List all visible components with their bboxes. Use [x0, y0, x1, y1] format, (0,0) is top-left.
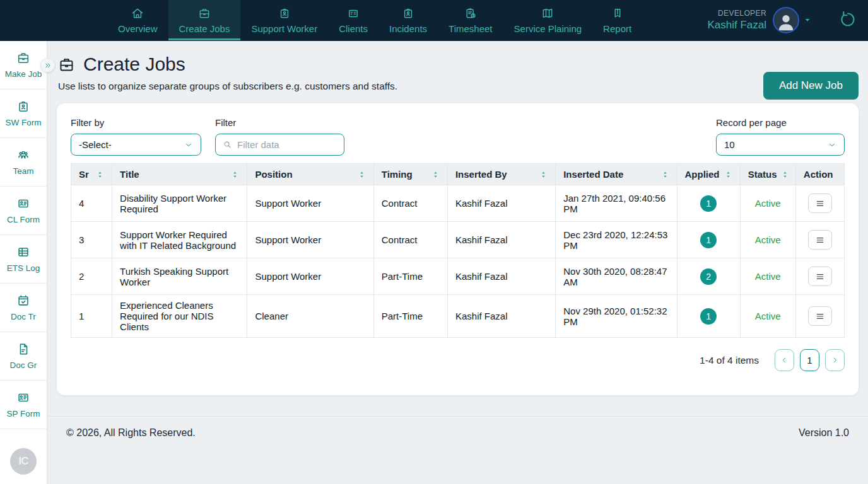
chevron-down-icon	[828, 141, 836, 149]
nav-item-support-worker[interactable]: Support Worker	[240, 0, 328, 40]
sort-icon[interactable]	[661, 170, 669, 180]
refresh-button[interactable]	[838, 10, 858, 30]
nav-label: Create Jobs	[179, 23, 230, 34]
filter-by-value: -Select-	[79, 139, 112, 150]
cell-inserted-by: Kashif Fazal	[447, 222, 555, 258]
nav-item-report[interactable]: Report	[592, 0, 642, 40]
cell-action	[795, 258, 844, 295]
row-actions-button[interactable]	[808, 193, 832, 213]
column-header-position[interactable]: Position	[247, 164, 373, 185]
table-row: 2Turkish Speaking Support WorkerSupport …	[71, 258, 845, 295]
column-label: Action	[804, 169, 833, 180]
column-header-timing[interactable]: Timing	[373, 164, 447, 185]
sidebar: Make Job SW Form Team CL Form ETS Log Do…	[0, 41, 47, 484]
column-header-title[interactable]: Title	[112, 164, 247, 185]
nav-label: Clients	[339, 23, 368, 34]
status-text: Active	[755, 234, 781, 245]
record-per-page-value: 10	[724, 139, 735, 150]
sidebar-item-label: CL Form	[7, 215, 40, 224]
column-header-applied[interactable]: Applied	[677, 164, 740, 185]
sort-icon[interactable]	[781, 170, 789, 180]
column-label: Inserted By	[455, 169, 507, 180]
nav-item-timesheet[interactable]: Timesheet	[438, 0, 503, 40]
chevron-down-icon[interactable]	[804, 16, 811, 24]
cell-applied: 1	[677, 185, 740, 222]
sidebar-item-label: Team	[13, 166, 33, 176]
row-actions-button[interactable]	[808, 267, 832, 286]
clipboard-clock-icon	[464, 7, 477, 20]
briefcase-icon	[16, 51, 30, 65]
add-new-job-button[interactable]: Add New Job	[763, 72, 859, 100]
filter-by-label: Filter by	[71, 117, 201, 128]
row-actions-button[interactable]	[808, 306, 832, 326]
nav-item-overview[interactable]: Overview	[107, 0, 168, 40]
nav-item-incidents[interactable]: Incidents	[378, 0, 438, 40]
id-card-lines-icon	[16, 391, 30, 405]
pagination: 1-4 of 4 items 1	[71, 349, 845, 371]
pagination-page-button[interactable]: 1	[800, 349, 819, 371]
sidebar-item-doc-tr[interactable]: Doc Tr	[0, 284, 47, 332]
page-title: Create Jobs	[83, 54, 185, 75]
cell-status: Active	[740, 185, 795, 222]
page-subtitle: Use lists to organize separate groups of…	[58, 81, 859, 92]
cell-applied: 2	[677, 258, 740, 295]
record-per-page-select[interactable]: 10	[716, 134, 845, 156]
nav-item-clients[interactable]: Clients	[328, 0, 378, 40]
flag-icon	[611, 7, 624, 20]
sidebar-item-sw-form[interactable]: SW Form	[0, 89, 47, 138]
filter-group: Filter	[215, 117, 344, 156]
nav-item-create-jobs[interactable]: Create Jobs	[168, 0, 241, 40]
applied-count-badge: 2	[700, 268, 717, 285]
person-icon	[775, 11, 797, 32]
briefcase-icon	[198, 7, 211, 20]
sidebar-item-doc-gr[interactable]: Doc Gr	[0, 332, 47, 381]
sort-icon[interactable]	[358, 170, 366, 180]
column-header-sr[interactable]: Sr	[71, 164, 112, 185]
sort-icon[interactable]	[431, 170, 440, 180]
sidebar-item-sp-form[interactable]: SP Form	[0, 381, 47, 429]
menu-icon	[815, 272, 825, 282]
sidebar-item-team[interactable]: Team	[0, 138, 47, 187]
filter-search-box	[215, 134, 344, 156]
id-badge-icon	[402, 7, 414, 20]
sidebar-expand-button[interactable]	[40, 58, 55, 72]
table-row: 4Disability Support Worker RequiredSuppo…	[71, 185, 845, 222]
sidebar-item-make-job[interactable]: Make Job	[0, 41, 47, 89]
user-role: DEVELOPER	[707, 9, 766, 18]
user-name: Kashif Fazal	[707, 19, 766, 32]
sidebar-item-label: Doc Tr	[11, 312, 36, 321]
filter-by-select[interactable]: -Select-	[71, 134, 201, 156]
contact-card-icon	[347, 7, 360, 20]
map-icon	[541, 7, 554, 20]
column-header-inserted-date[interactable]: Inserted Date	[556, 164, 677, 185]
sort-icon[interactable]	[231, 170, 239, 180]
status-text: Active	[755, 198, 781, 209]
nav-item-service-plaining[interactable]: Service Plaining	[503, 0, 593, 40]
pagination-prev-button[interactable]	[775, 349, 794, 371]
status-text: Active	[755, 271, 781, 282]
sidebar-item-cl-form[interactable]: CL Form	[0, 187, 47, 235]
menu-icon	[815, 199, 825, 209]
cell-timing: Part-Time	[373, 258, 447, 295]
nav-label: Report	[603, 23, 631, 34]
page-footer: © 2026, All Rights Reserved. Version 1.0	[47, 416, 868, 439]
sort-icon[interactable]	[96, 170, 104, 180]
sort-icon[interactable]	[539, 170, 548, 180]
filter-input[interactable]	[237, 139, 337, 150]
table-grid-icon	[16, 245, 30, 259]
row-actions-button[interactable]	[808, 230, 832, 250]
column-header-inserted-by[interactable]: Inserted By	[447, 164, 555, 185]
table-header-row: SrTitlePositionTimingInserted ByInserted…	[71, 164, 845, 185]
nav-label: Incidents	[389, 23, 427, 34]
record-per-page-group: Record per page 10	[716, 117, 845, 156]
pagination-next-button[interactable]	[825, 349, 845, 371]
sidebar-item-ets-log[interactable]: ETS Log	[0, 235, 47, 284]
page-header: Create Jobs Use lists to organize separa…	[47, 41, 868, 92]
cell-position: Support Worker	[247, 258, 373, 295]
cell-position: Support Worker	[247, 222, 373, 258]
user-avatar[interactable]	[773, 7, 799, 33]
cell-inserted-by: Kashif Fazal	[447, 185, 555, 222]
cell-sr: 3	[71, 222, 112, 258]
column-header-status[interactable]: Status	[740, 164, 795, 185]
sort-icon[interactable]	[724, 170, 732, 180]
